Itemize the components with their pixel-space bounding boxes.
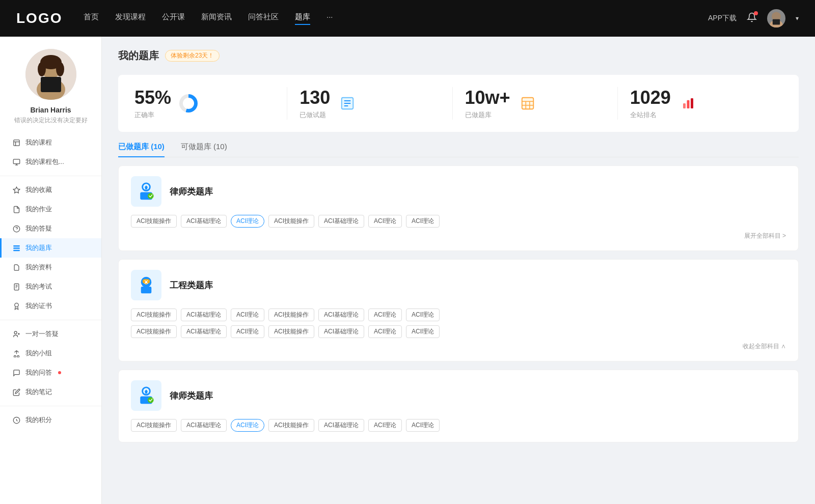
trial-badge: 体验剩余23天！ [165,50,220,62]
avatar[interactable] [767,9,785,27]
bank-card-2: 律师类题库 ACI技能操作 ACI基础理论 ACI理论 ACI技能操作 ACI基… [118,370,799,442]
tag-1-11[interactable]: ACI基础理论 [318,325,364,338]
course-icon [12,138,20,147]
svg-rect-20 [13,247,20,249]
tag-1-4[interactable]: ACI基础理论 [318,309,364,321]
sidebar-item-exam[interactable]: 我的考试 [0,277,101,296]
bank-card-1-expand[interactable]: 收起全部科目 ∧ [131,342,786,351]
svg-point-55 [145,281,147,283]
svg-point-48 [148,193,154,199]
tag-1-6[interactable]: ACI理论 [406,309,440,321]
svg-point-31 [14,355,16,357]
stat-ranking: 1029 全站排名 [618,87,782,120]
svg-rect-19 [13,245,20,246]
tag-1-3[interactable]: ACI技能操作 [268,309,314,321]
question-dot [58,371,61,374]
sidebar-item-notes[interactable]: 我的笔记 [0,382,101,402]
tag-1-8[interactable]: ACI基础理论 [181,325,227,338]
tag-1-9[interactable]: ACI理论 [231,325,264,338]
tag-1-1[interactable]: ACI基础理论 [181,309,227,321]
main-content: 我的题库 体验剩余23天！ 55% 正确率 130 已做试题 [102,37,815,504]
sidebar-item-points[interactable]: 我的积分 [0,410,101,430]
page-title: 我的题库 [118,49,159,63]
chevron-down-icon[interactable]: ▾ [796,15,799,22]
nav-link-news[interactable]: 新闻资讯 [201,12,232,25]
stat-ranking-label: 全站排名 [630,110,671,120]
svg-rect-43 [687,100,689,108]
sidebar-item-bank[interactable]: 我的题库 [0,238,101,258]
tag-2-0[interactable]: ACI技能操作 [131,419,177,432]
tab-done-banks[interactable]: 已做题库 (10) [118,142,165,157]
nav-link-home[interactable]: 首页 [84,12,99,25]
sidebar-item-questions[interactable]: 我的问答 [0,363,101,382]
svg-rect-50 [141,287,152,293]
bank-card-2-tags: ACI技能操作 ACI基础理论 ACI理论 ACI技能操作 ACI基础理论 AC… [131,419,786,432]
group-icon [12,349,20,357]
tag-2-5[interactable]: ACI理论 [368,419,402,432]
tag-0-0[interactable]: ACI技能操作 [131,215,177,228]
nav-links: 首页 发现课程 公开课 新闻资讯 问答社区 题库 ··· [84,12,692,25]
nav-link-discover[interactable]: 发现课程 [115,12,146,25]
tag-0-6[interactable]: ACI理论 [406,215,440,228]
sidebar-item-label-course: 我的课程 [25,138,52,147]
sidebar-item-group[interactable]: 我的小组 [0,344,101,363]
nav-link-bank[interactable]: 题库 [295,12,310,25]
tag-1-13[interactable]: ACI理论 [406,325,440,338]
stat-done-questions: 130 已做试题 [287,87,452,120]
bank-list: 律师类题库 ACI技能操作 ACI基础理论 ACI理论 ACI技能操作 ACI基… [118,165,799,442]
sidebar-divider-3 [0,406,101,406]
stat-accuracy-label: 正确率 [134,110,171,120]
user-name: Brian Harris [30,106,71,114]
tag-2-6[interactable]: ACI理论 [406,419,440,432]
bank-card-1-header: 工程类题库 [131,270,786,300]
tag-2-4[interactable]: ACI基础理论 [318,419,364,432]
notification-bell[interactable] [747,12,757,24]
stat-accuracy: 55% 正确率 [134,87,287,120]
sidebar-item-package[interactable]: 我的课程包... [0,152,101,172]
sidebar-item-materials[interactable]: 我的资料 [0,258,101,277]
sidebar-item-my-qa[interactable]: 我的答疑 [0,219,101,238]
sidebar-item-homework[interactable]: 我的作业 [0,200,101,219]
star-icon [12,186,20,194]
page-body: Brian Harris 错误的决定比没有决定要好 我的课程 我的课程包... [0,37,815,504]
engineer-icon [131,270,161,300]
app-download-button[interactable]: APP下载 [708,14,737,23]
tag-1-7[interactable]: ACI技能操作 [131,325,177,338]
svg-marker-16 [13,187,20,193]
lawyer-icon-2 [131,380,161,411]
pie-icon [179,94,198,113]
homework-icon [12,205,20,213]
notification-dot [754,11,758,15]
nav-link-more[interactable]: ··· [327,12,333,25]
tag-2-2[interactable]: ACI理论 [231,419,264,432]
tag-1-5[interactable]: ACI理论 [368,309,402,321]
tab-available-banks[interactable]: 可做题库 (10) [181,142,227,157]
svg-point-59 [148,397,154,403]
tag-1-10[interactable]: ACI技能操作 [268,325,314,338]
tag-0-2[interactable]: ACI理论 [231,215,264,228]
tag-0-1[interactable]: ACI基础理论 [181,215,227,228]
tag-1-2[interactable]: ACI理论 [231,309,264,321]
sidebar-item-tutor[interactable]: 一对一答疑 [0,324,101,344]
nav-link-qa[interactable]: 问答社区 [248,12,279,25]
tag-1-12[interactable]: ACI理论 [368,325,402,338]
bar-icon [679,94,697,113]
sidebar-item-label-favorites: 我的收藏 [25,185,52,194]
sidebar-divider-1 [0,176,101,176]
sidebar-item-label-homework: 我的作业 [25,205,52,214]
sidebar-item-favorites[interactable]: 我的收藏 [0,180,101,200]
sidebar-item-cert[interactable]: 我的证书 [0,296,101,316]
sidebar-item-label-group: 我的小组 [25,349,52,358]
tag-2-1[interactable]: ACI基础理论 [181,419,227,432]
tag-0-5[interactable]: ACI理论 [368,215,402,228]
nav-link-open[interactable]: 公开课 [162,12,185,25]
tag-2-3[interactable]: ACI技能操作 [268,419,314,432]
tag-0-4[interactable]: ACI基础理论 [318,215,364,228]
sidebar-item-label-tutor: 一对一答疑 [25,329,59,339]
tag-0-3[interactable]: ACI技能操作 [268,215,314,228]
bank-card-0-expand[interactable]: 展开全部科目 > [131,232,786,240]
bank-card-1-tags-row1: ACI技能操作 ACI基础理论 ACI理论 ACI技能操作 ACI基础理论 AC… [131,309,786,321]
grid-icon [519,94,537,113]
sidebar-item-course[interactable]: 我的课程 [0,133,101,152]
tag-1-0[interactable]: ACI技能操作 [131,309,177,321]
